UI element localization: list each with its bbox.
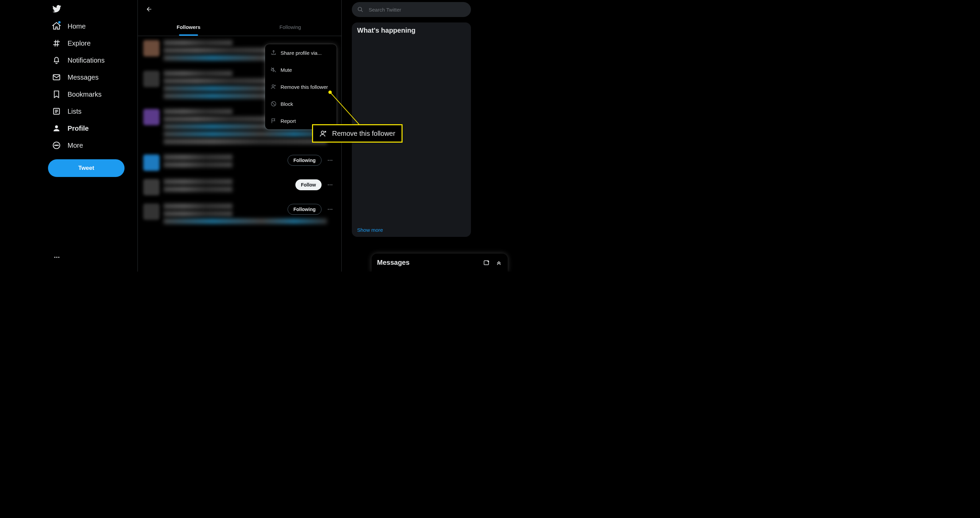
twitter-logo[interactable] bbox=[48, 0, 134, 18]
tab-following[interactable]: Following bbox=[240, 18, 341, 36]
menu-remove-follower[interactable]: Remove this follower bbox=[265, 78, 337, 95]
svg-point-9 bbox=[58, 257, 59, 258]
svg-point-14 bbox=[329, 185, 331, 185]
nav-explore[interactable]: Explore bbox=[48, 35, 134, 52]
list-icon bbox=[52, 107, 61, 116]
nav-bookmarks-label: Bookmarks bbox=[68, 91, 102, 98]
avatar[interactable] bbox=[143, 179, 159, 195]
svg-point-5 bbox=[56, 145, 56, 146]
svg-point-4 bbox=[54, 145, 55, 146]
svg-point-6 bbox=[57, 145, 58, 146]
svg-point-16 bbox=[328, 209, 329, 210]
more-circle-icon bbox=[52, 141, 61, 150]
nav-lists[interactable]: Lists bbox=[48, 103, 134, 120]
home-dot bbox=[58, 21, 60, 24]
svg-point-8 bbox=[56, 257, 57, 258]
bookmark-icon bbox=[52, 90, 61, 99]
nav-messages[interactable]: Messages bbox=[48, 69, 134, 86]
search-input[interactable]: Search Twitter bbox=[352, 2, 471, 17]
avatar[interactable] bbox=[143, 204, 159, 220]
svg-point-15 bbox=[331, 185, 332, 185]
expand-icon[interactable] bbox=[495, 259, 502, 266]
tab-following-label: Following bbox=[279, 24, 301, 30]
nav-bookmarks[interactable]: Bookmarks bbox=[48, 86, 134, 103]
menu-report-label: Report bbox=[281, 118, 296, 124]
back-button[interactable] bbox=[143, 3, 155, 15]
svg-point-12 bbox=[331, 160, 332, 161]
menu-block-label: Block bbox=[281, 101, 293, 107]
nav-notifications-label: Notifications bbox=[68, 56, 105, 64]
row-more-button[interactable] bbox=[324, 179, 336, 191]
row-more-button[interactable] bbox=[324, 204, 336, 215]
nav-profile-label: Profile bbox=[68, 124, 89, 132]
widget-title: What's happening bbox=[357, 27, 466, 34]
nav-profile[interactable]: Profile bbox=[48, 120, 134, 137]
svg-point-11 bbox=[329, 160, 331, 161]
remove-follower-icon bbox=[270, 84, 277, 90]
hashtag-icon bbox=[52, 39, 61, 48]
follow-button[interactable]: Follow bbox=[295, 179, 321, 190]
nav-messages-label: Messages bbox=[68, 73, 99, 81]
list-item[interactable]: Following bbox=[138, 150, 341, 175]
avatar[interactable] bbox=[143, 109, 159, 125]
list-item[interactable]: Follow bbox=[138, 175, 341, 199]
nav-more[interactable]: More bbox=[48, 137, 134, 154]
tweet-button[interactable]: Tweet bbox=[48, 159, 125, 177]
svg-point-24 bbox=[321, 131, 324, 134]
bell-icon bbox=[52, 56, 61, 65]
menu-remove-label: Remove this follower bbox=[281, 84, 328, 90]
new-message-icon[interactable] bbox=[483, 259, 490, 266]
list-item[interactable]: Following bbox=[138, 199, 341, 230]
following-button[interactable]: Following bbox=[288, 155, 321, 166]
tab-followers-label: Followers bbox=[177, 24, 200, 30]
menu-mute-label: Mute bbox=[281, 67, 292, 73]
avatar[interactable] bbox=[143, 71, 159, 87]
following-button[interactable]: Following bbox=[288, 204, 321, 215]
menu-share-label: Share profile via... bbox=[281, 50, 322, 56]
block-icon bbox=[270, 101, 277, 107]
tab-followers[interactable]: Followers bbox=[138, 18, 240, 36]
avatar[interactable] bbox=[143, 40, 159, 56]
svg-point-19 bbox=[272, 85, 274, 87]
nav-lists-label: Lists bbox=[68, 108, 82, 115]
svg-point-17 bbox=[329, 209, 331, 210]
menu-block[interactable]: Block bbox=[265, 95, 337, 112]
mute-icon bbox=[270, 67, 277, 73]
svg-point-2 bbox=[55, 125, 58, 128]
account-menu-button[interactable] bbox=[51, 251, 63, 263]
show-more-link[interactable]: Show more bbox=[357, 227, 466, 233]
svg-point-21 bbox=[358, 7, 362, 11]
svg-point-10 bbox=[328, 160, 329, 161]
callout-remove-follower: Remove this follower bbox=[312, 124, 402, 143]
svg-point-18 bbox=[331, 209, 332, 210]
svg-point-7 bbox=[54, 257, 55, 258]
search-placeholder: Search Twitter bbox=[369, 7, 401, 13]
avatar[interactable] bbox=[143, 155, 159, 171]
nav-more-label: More bbox=[68, 142, 83, 150]
search-icon bbox=[357, 6, 363, 13]
menu-share-profile[interactable]: Share profile via... bbox=[265, 44, 337, 61]
menu-mute[interactable]: Mute bbox=[265, 61, 337, 78]
profile-icon bbox=[52, 124, 61, 133]
share-icon bbox=[270, 50, 277, 56]
remove-follower-icon bbox=[319, 129, 327, 137]
svg-point-13 bbox=[328, 185, 329, 185]
messages-dock[interactable]: Messages bbox=[372, 253, 508, 272]
report-icon bbox=[270, 118, 277, 124]
row-more-button[interactable] bbox=[324, 155, 336, 166]
envelope-icon bbox=[52, 73, 61, 82]
nav-explore-label: Explore bbox=[68, 40, 91, 47]
nav-home-label: Home bbox=[68, 22, 86, 30]
more-actions-menu: Share profile via... Mute Remove this fo… bbox=[265, 44, 337, 129]
nav-notifications[interactable]: Notifications bbox=[48, 52, 134, 69]
callout-label: Remove this follower bbox=[332, 130, 395, 137]
nav-home[interactable]: Home bbox=[48, 18, 134, 35]
messages-dock-title: Messages bbox=[377, 259, 478, 266]
